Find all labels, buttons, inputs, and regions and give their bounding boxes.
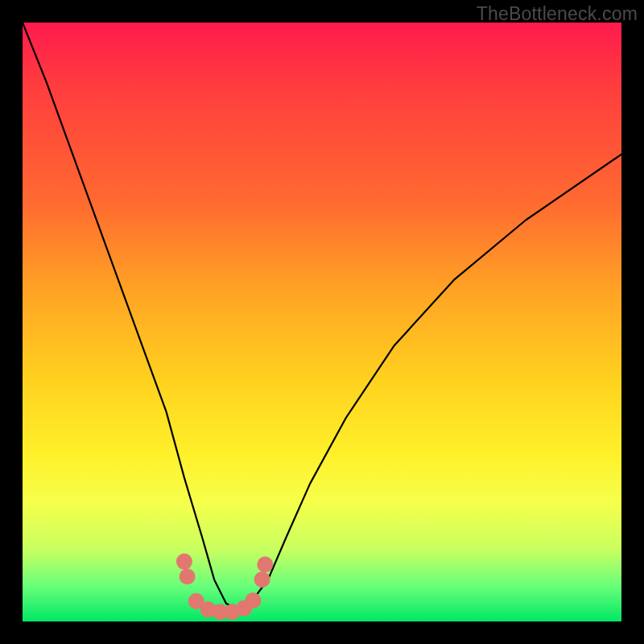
highlight-dots bbox=[176, 554, 273, 621]
highlight-dot bbox=[257, 556, 273, 572]
watermark-text: TheBottleneck.com bbox=[477, 3, 638, 25]
bottleneck-curve bbox=[23, 23, 621, 609]
chart-svg bbox=[23, 23, 621, 621]
chart-frame: TheBottleneck.com bbox=[0, 0, 644, 644]
highlight-dot bbox=[180, 568, 196, 584]
highlight-dot bbox=[245, 592, 261, 609]
chart-plot-area bbox=[23, 23, 621, 621]
highlight-dot bbox=[176, 554, 192, 570]
highlight-dot bbox=[254, 572, 270, 588]
